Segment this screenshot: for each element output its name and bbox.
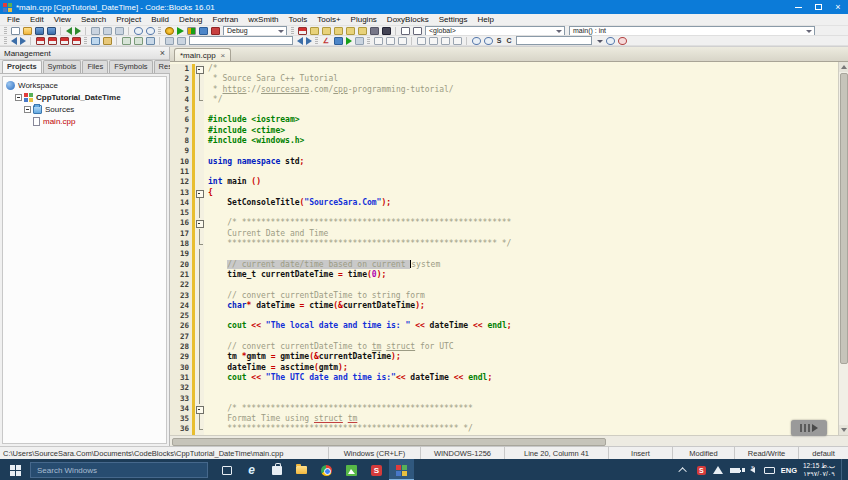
editor-tab-main-cpp[interactable]: *main.cpp × — [174, 48, 231, 61]
line-number[interactable]: 2 — [170, 74, 192, 84]
line-number[interactable]: 13 — [170, 188, 192, 198]
fold-margin[interactable] — [195, 301, 204, 311]
split-vertical-icon[interactable] — [386, 37, 395, 45]
line-number[interactable]: 22 — [170, 280, 192, 290]
toolbar-grip[interactable] — [291, 27, 294, 35]
doxyblocks-extract-icon[interactable] — [91, 37, 100, 45]
code-line[interactable]: 1/* — [170, 64, 838, 74]
line-number[interactable]: 32 — [170, 383, 192, 393]
nav-back-icon[interactable] — [11, 37, 17, 45]
tree-item-cpptutorial-datetime[interactable]: CppTutorial_DateTime — [3, 91, 166, 103]
line-number[interactable]: 1 — [170, 64, 192, 74]
highlight-occurrences-icon[interactable] — [618, 37, 627, 45]
code-line[interactable]: 15 — [170, 208, 838, 218]
fold-margin[interactable] — [195, 136, 204, 146]
wxsmith-misc-icon[interactable] — [355, 37, 364, 45]
line-number[interactable]: 31 — [170, 373, 192, 383]
menu-plugins[interactable]: Plugins — [346, 14, 382, 25]
management-close-icon[interactable]: × — [160, 49, 165, 58]
menu-search[interactable]: Search — [76, 14, 111, 25]
find-icon[interactable] — [134, 27, 143, 35]
line-number[interactable]: 30 — [170, 363, 192, 373]
fold-margin[interactable] — [195, 270, 204, 280]
align-left-icon[interactable] — [417, 37, 426, 45]
start-button[interactable] — [0, 459, 30, 480]
abort-icon[interactable] — [211, 27, 220, 35]
new-snippet-icon[interactable] — [177, 37, 186, 45]
file-explorer-icon[interactable] — [289, 459, 314, 480]
line-number[interactable]: 35 — [170, 414, 192, 424]
menu-fortran[interactable]: Fortran — [208, 14, 244, 25]
fold-margin[interactable] — [195, 260, 204, 270]
code-line[interactable]: 25 — [170, 311, 838, 321]
menu-file[interactable]: File — [2, 14, 25, 25]
close-button[interactable]: × — [828, 0, 848, 14]
step-into-icon[interactable] — [334, 27, 343, 35]
code-line[interactable]: 35 Format Time using struct tm — [170, 414, 838, 424]
tab-files[interactable]: Files — [82, 60, 108, 73]
line-number[interactable]: 6 — [170, 115, 192, 125]
menu-toolsplus[interactable]: Tools+ — [312, 14, 345, 25]
code-line[interactable]: 31 cout << "The UTC date and time is:"<<… — [170, 373, 838, 383]
line-number[interactable]: 8 — [170, 136, 192, 146]
uncomment-icon[interactable] — [134, 37, 143, 45]
line-number[interactable]: 33 — [170, 394, 192, 404]
fold-margin[interactable] — [195, 115, 204, 125]
taskbar-clock[interactable]: 12:15 ب.ظ ۱۳۹۷/۰۷/۰۹ — [803, 462, 835, 478]
redo-icon[interactable] — [75, 27, 81, 35]
photos-icon[interactable] — [339, 459, 364, 480]
code-completion-symbol-select[interactable]: main() : int — [569, 26, 815, 36]
code-completion-scope-select[interactable]: <global> — [425, 26, 565, 36]
fold-margin[interactable] — [195, 177, 204, 187]
code-line[interactable]: 21 time_t currentDateTime = time(0); — [170, 270, 838, 280]
chrome-icon[interactable] — [314, 459, 339, 480]
fold-margin[interactable] — [195, 188, 204, 198]
line-number[interactable]: 19 — [170, 249, 192, 259]
code-line[interactable]: 23 // convert currentDateTime to string … — [170, 291, 838, 301]
toolbar-grip[interactable] — [84, 37, 87, 45]
search-icon[interactable] — [606, 37, 615, 45]
fold-margin[interactable] — [195, 342, 204, 352]
run-icon[interactable] — [177, 27, 184, 35]
touch-keyboard-icon[interactable] — [764, 465, 775, 476]
build-target-select[interactable]: Debug — [223, 26, 287, 36]
line-number[interactable]: 16 — [170, 218, 192, 228]
clear-bookmarks-icon[interactable] — [72, 37, 81, 45]
tree-item-main-cpp[interactable]: main.cpp — [3, 115, 166, 127]
fold-margin[interactable] — [195, 198, 204, 208]
fold-margin[interactable] — [195, 280, 204, 290]
minimize-button[interactable] — [788, 0, 808, 14]
menu-project[interactable]: Project — [111, 14, 146, 25]
browse-tracker-input[interactable] — [189, 36, 293, 45]
code-line[interactable]: 9 — [170, 146, 838, 156]
code-line[interactable]: 11 — [170, 167, 838, 177]
fold-margin[interactable] — [195, 157, 204, 167]
store-icon[interactable] — [264, 459, 289, 480]
run-script-icon[interactable] — [165, 37, 174, 45]
line-number[interactable]: 23 — [170, 291, 192, 301]
debug-continue-icon[interactable] — [298, 27, 307, 35]
align-center-icon[interactable] — [429, 37, 438, 45]
new-file-icon[interactable] — [11, 27, 20, 35]
code-line[interactable]: 17 Current Date and Time — [170, 229, 838, 239]
code-line[interactable]: 33 — [170, 394, 838, 404]
code-line[interactable]: 14 SetConsoleTitle("SourceSara.Com"); — [170, 198, 838, 208]
fold-margin[interactable] — [195, 414, 204, 424]
recorder-play-icon[interactable] — [812, 424, 818, 432]
code-line[interactable]: 5 — [170, 105, 838, 115]
tab-symbols[interactable]: Symbols — [43, 60, 82, 73]
line-number[interactable]: 20 — [170, 260, 192, 270]
fold-margin[interactable] — [195, 105, 204, 115]
code-line[interactable]: 18 *************************************… — [170, 239, 838, 249]
code-line[interactable]: 32 — [170, 383, 838, 393]
find-in-files-icon[interactable] — [146, 27, 155, 35]
menu-build[interactable]: Build — [146, 14, 174, 25]
tree-item-workspace[interactable]: Workspace — [3, 79, 166, 91]
show-desktop-button[interactable] — [841, 459, 844, 480]
insert-link-icon[interactable] — [146, 37, 155, 45]
match-case-toggle[interactable]: C — [506, 37, 513, 45]
taskbar-search-input[interactable]: Search Windows — [30, 462, 208, 478]
next-bookmark-icon[interactable] — [60, 37, 69, 45]
open-file-icon[interactable] — [23, 27, 32, 35]
line-number[interactable]: 24 — [170, 301, 192, 311]
